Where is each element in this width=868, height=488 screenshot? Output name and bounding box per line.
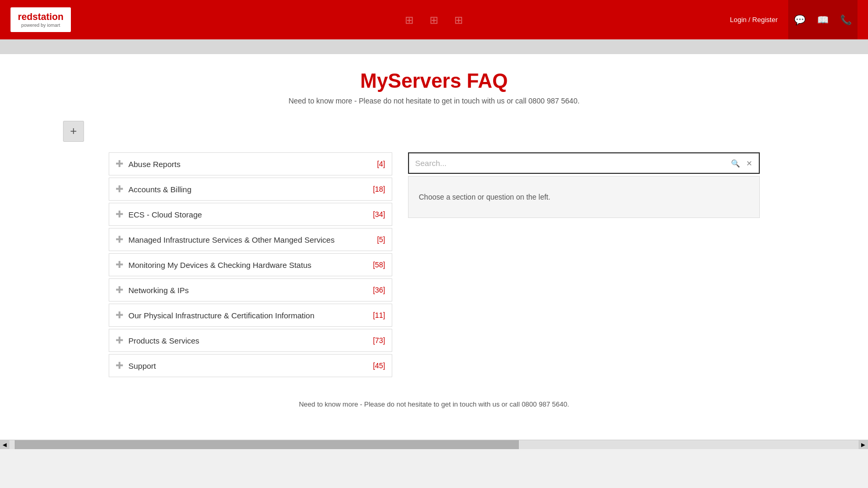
- expand-all-button[interactable]: +: [63, 121, 84, 142]
- faq-category-label: Our Physical Infrastructure & Certificat…: [129, 311, 368, 320]
- close-icon: ✕: [746, 159, 752, 168]
- faq-list-item[interactable]: ✚Networking & IPs[36]: [109, 278, 392, 302]
- scroll-right-arrow[interactable]: ▶: [859, 440, 868, 450]
- footer-note: Need to know more - Please do not hesita…: [11, 400, 857, 419]
- faq-count-badge: [18]: [373, 185, 385, 193]
- faq-list-item[interactable]: ✚Managed Infrastructure Services & Other…: [109, 228, 392, 251]
- page-title-area: MyServers FAQ Need to know more - Please…: [11, 70, 857, 105]
- expand-icon: ✚: [116, 183, 123, 195]
- expand-icon: ✚: [116, 259, 123, 271]
- page-subtitle: Need to know more - Please do not hesita…: [11, 97, 857, 105]
- logo-box: redstation powered by iomart: [11, 7, 71, 32]
- expand-icon: ✚: [116, 309, 123, 321]
- search-actions: 🔍 ✕: [729, 158, 759, 169]
- faq-count-badge: [73]: [373, 336, 385, 345]
- scroll-thumb[interactable]: [15, 440, 519, 449]
- title-plain: MyServers: [360, 70, 467, 92]
- header-nav: Login / Register 💬 📖 📞: [730, 0, 857, 39]
- faq-count-badge: [36]: [373, 286, 385, 294]
- header-decoration: ⊞ ⊞ ⊞: [405, 14, 463, 26]
- search-panel: 🔍 ✕ Choose a section or question on the …: [408, 152, 760, 379]
- search-input[interactable]: [409, 153, 729, 173]
- expand-icon: ✚: [116, 335, 123, 346]
- faq-list-item[interactable]: ✚Products & Services[73]: [109, 329, 392, 352]
- scroll-track[interactable]: [9, 440, 859, 449]
- title-accent: FAQ: [467, 70, 508, 92]
- faq-category-label: ECS - Cloud Storage: [129, 210, 368, 219]
- faq-list: ✚Abuse Reports[4]✚Accounts & Billing[18]…: [109, 152, 392, 379]
- expand-icon: ✚: [116, 360, 123, 371]
- scroll-left-arrow[interactable]: ◀: [0, 440, 9, 450]
- phone-icon-btn[interactable]: 📞: [834, 0, 857, 39]
- faq-list-item[interactable]: ✚Abuse Reports[4]: [109, 152, 392, 175]
- logo-text: redstation: [18, 12, 64, 22]
- book-icon-btn[interactable]: 📖: [811, 0, 834, 39]
- faq-count-badge: [5]: [377, 235, 385, 244]
- faq-list-item[interactable]: ✚Our Physical Infrastructure & Certifica…: [109, 304, 392, 327]
- faq-list-item[interactable]: ✚Support[45]: [109, 354, 392, 377]
- site-header: redstation powered by iomart ⊞ ⊞ ⊞ Login…: [0, 0, 868, 39]
- expand-icon: ✚: [116, 234, 123, 245]
- sub-header-bar: [0, 39, 868, 54]
- search-hint: Choose a section or question on the left…: [419, 193, 551, 201]
- faq-category-label: Networking & IPs: [129, 286, 368, 295]
- faq-category-label: Abuse Reports: [129, 160, 372, 169]
- expand-icon: ✚: [116, 209, 123, 220]
- faq-count-badge: [4]: [377, 160, 385, 168]
- phone-icon: 📞: [840, 14, 852, 26]
- page-title: MyServers FAQ: [11, 70, 857, 92]
- faq-list-item[interactable]: ✚Monitoring My Devices & Checking Hardwa…: [109, 253, 392, 276]
- faq-count-badge: [58]: [373, 261, 385, 269]
- faq-category-label: Accounts & Billing: [129, 185, 368, 194]
- login-link[interactable]: Login / Register: [730, 16, 778, 24]
- faq-category-label: Support: [129, 361, 368, 370]
- expand-icon: ✚: [116, 158, 123, 170]
- search-clear-button[interactable]: ✕: [744, 158, 755, 169]
- content-grid: ✚Abuse Reports[4]✚Accounts & Billing[18]…: [67, 152, 802, 379]
- faq-list-item[interactable]: ✚ECS - Cloud Storage[34]: [109, 203, 392, 226]
- faq-count-badge: [34]: [373, 210, 385, 219]
- chat-icon: 💬: [794, 14, 806, 26]
- footer-note-text: Need to know more - Please do not hesita…: [299, 400, 569, 408]
- main-content: MyServers FAQ Need to know more - Please…: [0, 54, 868, 440]
- logo-subtext: powered by iomart: [18, 23, 64, 28]
- scrollbar-area: ◀ ▶: [0, 440, 868, 449]
- faq-category-label: Monitoring My Devices & Checking Hardwar…: [129, 261, 368, 269]
- faq-count-badge: [45]: [373, 361, 385, 370]
- faq-category-label: Products & Services: [129, 336, 368, 345]
- search-box-wrapper: 🔍 ✕: [408, 152, 760, 174]
- search-result-area: Choose a section or question on the left…: [408, 176, 760, 218]
- book-icon: 📖: [817, 14, 829, 26]
- faq-count-badge: [11]: [373, 311, 385, 319]
- logo-area: redstation powered by iomart: [11, 7, 71, 32]
- search-icon: 🔍: [731, 159, 740, 168]
- chat-icon-btn[interactable]: 💬: [788, 0, 811, 39]
- faq-list-item[interactable]: ✚Accounts & Billing[18]: [109, 178, 392, 201]
- search-submit-button[interactable]: 🔍: [729, 158, 742, 169]
- expand-icon: ✚: [116, 284, 123, 296]
- faq-category-label: Managed Infrastructure Services & Other …: [129, 235, 372, 244]
